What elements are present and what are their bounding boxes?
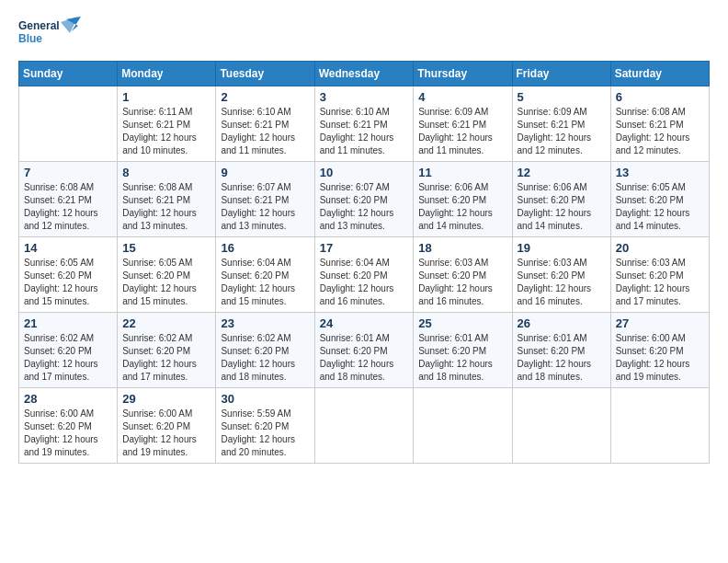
day-info: Sunrise: 6:10 AM Sunset: 6:21 PM Dayligh…	[320, 106, 409, 157]
day-number: 29	[122, 392, 210, 406]
day-number: 11	[418, 166, 506, 179]
day-info: Sunrise: 6:03 AM Sunset: 6:20 PM Dayligh…	[616, 257, 704, 308]
day-number: 6	[616, 90, 704, 104]
calendar-cell: 25Sunrise: 6:01 AM Sunset: 6:20 PM Dayli…	[414, 313, 512, 388]
calendar-cell	[414, 388, 512, 464]
day-info: Sunrise: 6:07 AM Sunset: 6:20 PM Dayligh…	[320, 181, 409, 233]
day-number: 15	[122, 241, 210, 255]
day-info: Sunrise: 6:05 AM Sunset: 6:20 PM Dayligh…	[122, 257, 210, 308]
day-info: Sunrise: 6:08 AM Sunset: 6:21 PM Dayligh…	[616, 106, 704, 157]
day-info: Sunrise: 6:08 AM Sunset: 6:21 PM Dayligh…	[24, 181, 112, 233]
calendar-week-row: 21Sunrise: 6:02 AM Sunset: 6:20 PM Dayli…	[19, 313, 710, 388]
day-of-week-header: Tuesday	[216, 62, 314, 86]
day-number: 16	[221, 241, 309, 255]
calendar-cell: 1Sunrise: 6:11 AM Sunset: 6:21 PM Daylig…	[118, 86, 216, 162]
calendar-cell: 18Sunrise: 6:03 AM Sunset: 6:20 PM Dayli…	[414, 237, 512, 313]
day-number: 10	[320, 166, 409, 179]
day-number: 19	[518, 241, 606, 255]
logo: GeneralBlue	[18, 15, 83, 52]
day-of-week-header: Friday	[512, 62, 610, 86]
calendar-cell: 11Sunrise: 6:06 AM Sunset: 6:20 PM Dayli…	[414, 162, 512, 237]
calendar-cell	[610, 388, 709, 464]
day-info: Sunrise: 6:01 AM Sunset: 6:20 PM Dayligh…	[320, 332, 409, 384]
calendar-cell: 27Sunrise: 6:00 AM Sunset: 6:20 PM Dayli…	[610, 313, 709, 388]
day-number: 5	[518, 90, 606, 104]
calendar-header-row: SundayMondayTuesdayWednesdayThursdayFrid…	[19, 62, 710, 86]
calendar-cell: 22Sunrise: 6:02 AM Sunset: 6:20 PM Dayli…	[118, 313, 216, 388]
day-of-week-header: Sunday	[19, 62, 118, 86]
svg-text:Blue: Blue	[18, 32, 42, 45]
day-number: 28	[24, 392, 112, 406]
day-info: Sunrise: 6:02 AM Sunset: 6:20 PM Dayligh…	[221, 332, 309, 384]
day-number: 17	[320, 241, 409, 255]
page-header: GeneralBlue	[18, 15, 710, 52]
day-info: Sunrise: 6:01 AM Sunset: 6:20 PM Dayligh…	[518, 332, 606, 384]
svg-text:General: General	[18, 19, 60, 32]
day-info: Sunrise: 6:00 AM Sunset: 6:20 PM Dayligh…	[616, 332, 704, 384]
day-number: 25	[418, 316, 506, 330]
calendar-cell: 29Sunrise: 6:00 AM Sunset: 6:20 PM Dayli…	[118, 388, 216, 464]
calendar-table: SundayMondayTuesdayWednesdayThursdayFrid…	[18, 61, 710, 464]
day-number: 30	[221, 392, 309, 406]
day-info: Sunrise: 6:09 AM Sunset: 6:21 PM Dayligh…	[418, 106, 506, 157]
calendar-cell: 30Sunrise: 5:59 AM Sunset: 6:20 PM Dayli…	[216, 388, 314, 464]
day-info: Sunrise: 5:59 AM Sunset: 6:20 PM Dayligh…	[221, 408, 309, 459]
calendar-cell: 5Sunrise: 6:09 AM Sunset: 6:21 PM Daylig…	[512, 86, 610, 162]
day-info: Sunrise: 6:03 AM Sunset: 6:20 PM Dayligh…	[518, 257, 606, 308]
calendar-cell: 12Sunrise: 6:06 AM Sunset: 6:20 PM Dayli…	[512, 162, 610, 237]
calendar-week-row: 28Sunrise: 6:00 AM Sunset: 6:20 PM Dayli…	[19, 388, 710, 464]
day-number: 20	[616, 241, 704, 255]
calendar-cell: 23Sunrise: 6:02 AM Sunset: 6:20 PM Dayli…	[216, 313, 314, 388]
day-number: 21	[24, 316, 112, 330]
logo-icon: GeneralBlue	[18, 15, 83, 52]
calendar-cell: 16Sunrise: 6:04 AM Sunset: 6:20 PM Dayli…	[216, 237, 314, 313]
day-info: Sunrise: 6:05 AM Sunset: 6:20 PM Dayligh…	[616, 181, 704, 233]
calendar-cell	[512, 388, 610, 464]
calendar-cell: 26Sunrise: 6:01 AM Sunset: 6:20 PM Dayli…	[512, 313, 610, 388]
day-number: 9	[221, 166, 309, 179]
calendar-cell: 20Sunrise: 6:03 AM Sunset: 6:20 PM Dayli…	[610, 237, 709, 313]
day-number: 12	[518, 166, 606, 179]
calendar-cell: 4Sunrise: 6:09 AM Sunset: 6:21 PM Daylig…	[414, 86, 512, 162]
calendar-cell: 3Sunrise: 6:10 AM Sunset: 6:21 PM Daylig…	[314, 86, 414, 162]
day-info: Sunrise: 6:07 AM Sunset: 6:21 PM Dayligh…	[221, 181, 309, 233]
calendar-week-row: 14Sunrise: 6:05 AM Sunset: 6:20 PM Dayli…	[19, 237, 710, 313]
day-of-week-header: Saturday	[610, 62, 709, 86]
calendar-cell: 8Sunrise: 6:08 AM Sunset: 6:21 PM Daylig…	[118, 162, 216, 237]
day-info: Sunrise: 6:02 AM Sunset: 6:20 PM Dayligh…	[122, 332, 210, 384]
calendar-cell: 24Sunrise: 6:01 AM Sunset: 6:20 PM Dayli…	[314, 313, 414, 388]
day-number: 8	[122, 166, 210, 179]
day-info: Sunrise: 6:02 AM Sunset: 6:20 PM Dayligh…	[24, 332, 112, 384]
day-info: Sunrise: 6:11 AM Sunset: 6:21 PM Dayligh…	[122, 106, 210, 157]
calendar-cell: 21Sunrise: 6:02 AM Sunset: 6:20 PM Dayli…	[19, 313, 118, 388]
day-info: Sunrise: 6:10 AM Sunset: 6:21 PM Dayligh…	[221, 106, 309, 157]
calendar-cell: 9Sunrise: 6:07 AM Sunset: 6:21 PM Daylig…	[216, 162, 314, 237]
calendar-cell: 10Sunrise: 6:07 AM Sunset: 6:20 PM Dayli…	[314, 162, 414, 237]
calendar-cell: 6Sunrise: 6:08 AM Sunset: 6:21 PM Daylig…	[610, 86, 709, 162]
day-info: Sunrise: 6:05 AM Sunset: 6:20 PM Dayligh…	[24, 257, 112, 308]
day-number: 14	[24, 241, 112, 255]
day-info: Sunrise: 6:04 AM Sunset: 6:20 PM Dayligh…	[320, 257, 409, 308]
calendar-cell: 17Sunrise: 6:04 AM Sunset: 6:20 PM Dayli…	[314, 237, 414, 313]
day-info: Sunrise: 6:04 AM Sunset: 6:20 PM Dayligh…	[221, 257, 309, 308]
day-number: 22	[122, 316, 210, 330]
day-info: Sunrise: 6:09 AM Sunset: 6:21 PM Dayligh…	[518, 106, 606, 157]
calendar-cell: 2Sunrise: 6:10 AM Sunset: 6:21 PM Daylig…	[216, 86, 314, 162]
day-number: 4	[418, 90, 506, 104]
day-number: 7	[24, 166, 112, 179]
calendar-cell: 15Sunrise: 6:05 AM Sunset: 6:20 PM Dayli…	[118, 237, 216, 313]
day-number: 24	[320, 316, 409, 330]
day-number: 18	[418, 241, 506, 255]
calendar-cell: 19Sunrise: 6:03 AM Sunset: 6:20 PM Dayli…	[512, 237, 610, 313]
day-of-week-header: Thursday	[414, 62, 512, 86]
day-info: Sunrise: 6:01 AM Sunset: 6:20 PM Dayligh…	[418, 332, 506, 384]
day-number: 23	[221, 316, 309, 330]
day-info: Sunrise: 6:03 AM Sunset: 6:20 PM Dayligh…	[418, 257, 506, 308]
day-number: 13	[616, 166, 704, 179]
day-of-week-header: Monday	[118, 62, 216, 86]
day-info: Sunrise: 6:00 AM Sunset: 6:20 PM Dayligh…	[24, 408, 112, 459]
calendar-cell: 14Sunrise: 6:05 AM Sunset: 6:20 PM Dayli…	[19, 237, 118, 313]
calendar-week-row: 1Sunrise: 6:11 AM Sunset: 6:21 PM Daylig…	[19, 86, 710, 162]
day-number: 2	[221, 90, 309, 104]
day-of-week-header: Wednesday	[314, 62, 414, 86]
